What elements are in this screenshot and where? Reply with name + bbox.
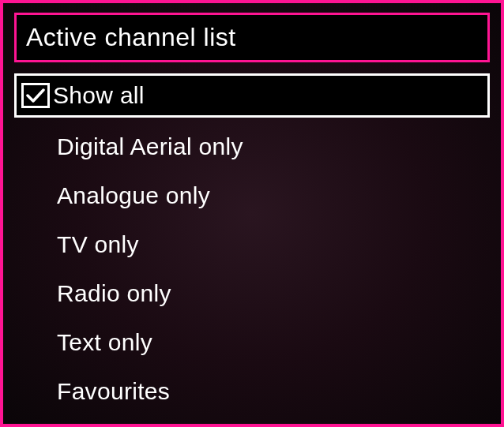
menu-item-label: Digital Aerial only [57, 133, 243, 160]
menu-item-show-all[interactable]: Show all [14, 73, 490, 118]
menu-item-label: Text only [57, 329, 152, 356]
checkmark-icon [26, 88, 45, 103]
menu-item-label: Radio only [57, 280, 171, 307]
menu-item-text-only[interactable]: Text only [14, 323, 490, 362]
main-frame: Active channel list Show all Digital Aer… [0, 0, 504, 427]
menu-item-label: Analogue only [57, 182, 210, 209]
page-title: Active channel list [26, 23, 478, 52]
checkbox-show-all[interactable] [21, 83, 50, 108]
menu-item-label: TV only [57, 231, 139, 258]
menu-item-tv-only[interactable]: TV only [14, 225, 490, 264]
menu-item-analogue[interactable]: Analogue only [14, 176, 490, 215]
menu-item-digital-aerial[interactable]: Digital Aerial only [14, 127, 490, 167]
menu-item-favourites[interactable]: Favourites [14, 372, 490, 411]
menu-item-label: Favourites [57, 378, 170, 405]
menu-item-label: Show all [53, 82, 145, 109]
channel-filter-menu: Show all Digital Aerial only Analogue on… [14, 73, 490, 411]
title-bar: Active channel list [14, 13, 490, 62]
menu-item-radio-only[interactable]: Radio only [14, 274, 490, 313]
